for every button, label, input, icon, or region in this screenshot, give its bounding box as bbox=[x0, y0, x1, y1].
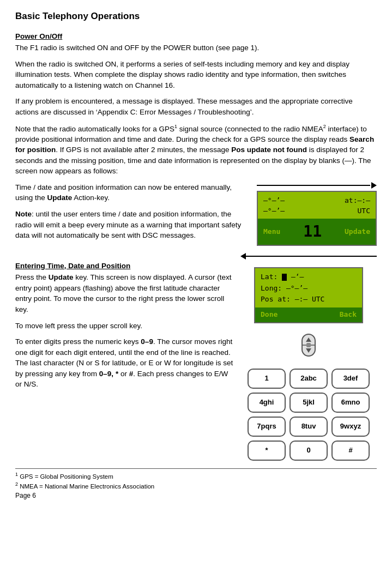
lcd2-long-label: Long: bbox=[261, 284, 282, 292]
key-3def[interactable]: 3def bbox=[331, 369, 370, 389]
para4-text-a: Note that the radio automatically looks … bbox=[15, 124, 174, 132]
lcd2-long-val: —°—’– bbox=[286, 284, 307, 292]
time-intro-b: Action-key. bbox=[72, 194, 110, 202]
entering-p3d: or bbox=[118, 370, 129, 378]
key-hash[interactable]: # bbox=[331, 441, 370, 461]
time-intro-bold: Update bbox=[47, 194, 73, 202]
key-1[interactable]: 1 bbox=[248, 369, 286, 389]
fn2-sup: 2 bbox=[15, 481, 18, 487]
time-entry-note: Note: until the user enters time / date … bbox=[15, 209, 248, 241]
keypad-grid: 1 2abc 3def 4ghi 5jkl 6mno 7pqrs 8tuv 9w… bbox=[248, 369, 370, 460]
lcd-update-label: Update bbox=[345, 226, 370, 237]
lcd-display2: Lat: —‘– Long: —°—’– Pos at: —:— UTC Don… bbox=[254, 267, 363, 323]
svg-rect-4 bbox=[306, 343, 311, 347]
lcd2-pos-row: Pos at: —:— UTC bbox=[261, 294, 357, 305]
lcd2-back: Back bbox=[340, 309, 357, 321]
entering-p1a: Press the bbox=[15, 273, 49, 281]
key-star[interactable]: * bbox=[248, 441, 286, 461]
fn2-text: NMEA = National Marine Electronics Assoc… bbox=[20, 483, 154, 490]
lcd-menu-label: Menu bbox=[263, 226, 280, 237]
lcd2-pos-val: —:— UTC bbox=[295, 295, 325, 303]
lcd2-long-row: Long: —°—’– bbox=[261, 283, 357, 294]
fn1-sup: 1 bbox=[15, 472, 18, 477]
footnote2: 2 NMEA = National Marine Electronics Ass… bbox=[15, 481, 377, 491]
power-heading: Power On/Off bbox=[15, 31, 377, 42]
page-number: Page 6 bbox=[15, 491, 377, 500]
scroll-icon bbox=[295, 332, 322, 358]
note-text: : until the user enters time / date and … bbox=[15, 210, 241, 239]
entering-p3-bold: 0–9 bbox=[141, 337, 153, 346]
entering-text: Entering Time, Date and Position Press t… bbox=[15, 253, 235, 395]
entering-heading: Entering Time, Date and Position bbox=[15, 261, 235, 272]
key-9wxyz[interactable]: 9wxyz bbox=[331, 417, 370, 437]
footnote-section: 1 GPS = Global Positioning System 2 NMEA… bbox=[15, 468, 377, 500]
para4-text-b: signal source (connected to the radio NM… bbox=[177, 124, 323, 132]
entering-para2: To move left press the upper scroll key. bbox=[15, 321, 235, 331]
right-display-col: Lat: —‘– Long: —°—’– Pos at: —:— UTC Don… bbox=[240, 253, 377, 461]
lcd-channel: 11 bbox=[303, 220, 322, 243]
lcd-line2-left: —°—’– bbox=[263, 206, 285, 216]
entering-p3a: To enter digits press the numeric keys bbox=[15, 337, 141, 346]
para4-text-d: . If GPS is not available after 2 minute… bbox=[56, 146, 231, 154]
lcd-bottom-bar1: Menu 11 Update bbox=[258, 219, 376, 245]
power-para2: When the radio is switched ON, it perfor… bbox=[15, 59, 377, 91]
lcd2-done: Done bbox=[261, 309, 278, 321]
fn1-text: GPS = Global Positioning System bbox=[20, 473, 113, 480]
lcd2-lat-val: —‘– bbox=[291, 273, 304, 281]
key-8tuv[interactable]: 8tuv bbox=[290, 417, 328, 437]
lcd-line2-right: UTC bbox=[358, 206, 370, 216]
lcd-row2: —°—’– UTC bbox=[263, 206, 370, 216]
entering-p3-bold2: 0–9, bbox=[99, 370, 113, 378]
time-entry-text: Time / date and position information can… bbox=[15, 182, 248, 246]
footnote1: 1 GPS = Global Positioning System bbox=[15, 471, 377, 481]
scroll-icon-container bbox=[295, 332, 322, 361]
lcd-line1-right: at:—:— bbox=[345, 195, 370, 206]
para4-bold2: Pos update not found bbox=[231, 146, 307, 154]
key-7pqrs[interactable]: 7pqrs bbox=[248, 417, 286, 437]
lcd-line1-left: —°—’– bbox=[263, 195, 285, 206]
entering-section: Entering Time, Date and Position Press t… bbox=[15, 253, 377, 461]
lcd2-lat-row: Lat: —‘– bbox=[261, 272, 357, 283]
time-entry-intro: Time / date and position information can… bbox=[15, 182, 248, 203]
entering-para1: Press the Update key. This screen is now… bbox=[15, 272, 235, 315]
entering-para3: To enter digits press the numeric keys 0… bbox=[15, 336, 235, 390]
page-title: Basic Telephony Operations bbox=[15, 10, 377, 23]
lcd-display1: —°—’– at:—:— —°—’– UTC Menu 11 Update bbox=[257, 191, 377, 246]
cursor-block bbox=[282, 274, 287, 281]
lcd2-lat-label: Lat: bbox=[261, 273, 278, 281]
display1-col: —°—’– at:—:— —°—’– UTC Menu 11 Update bbox=[257, 182, 377, 246]
lcd2-bottom-bar: Done Back bbox=[255, 307, 362, 322]
lcd2-pos-label: Pos at: bbox=[261, 295, 291, 303]
key-5jkl[interactable]: 5jkl bbox=[290, 393, 328, 413]
power-para3: If any problem is encountered, a message… bbox=[15, 96, 377, 117]
power-para1: The F1 radio is switched ON and OFF by t… bbox=[15, 43, 377, 53]
power-para4: Note that the radio automatically looks … bbox=[15, 123, 377, 177]
note-bold: Note bbox=[15, 210, 32, 218]
key-0[interactable]: 0 bbox=[290, 441, 328, 461]
entering-p1-bold: Update bbox=[49, 273, 74, 281]
key-4ghi[interactable]: 4ghi bbox=[248, 393, 286, 413]
key-6mno[interactable]: 6mno bbox=[331, 393, 370, 413]
lcd-row1: —°—’– at:—:— bbox=[263, 195, 370, 206]
time-entry-section: Time / date and position information can… bbox=[15, 182, 377, 246]
key-2abc[interactable]: 2abc bbox=[290, 369, 328, 389]
